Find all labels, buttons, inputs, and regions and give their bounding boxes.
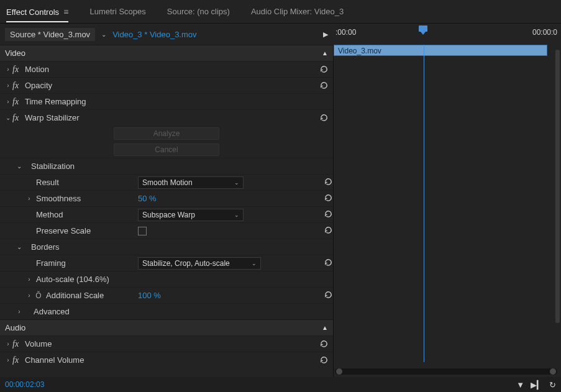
tab-label: Effect Controls [6,7,59,17]
smoothness-value[interactable]: 50 % [138,194,157,203]
reset-icon[interactable] [318,65,329,75]
param-result: Result Smooth Motion ⌄ [0,174,333,190]
collapse-icon[interactable]: ⌄ [4,114,12,121]
ruler-time-end: 00:00:0 [532,28,557,37]
tab-effect-controls[interactable]: Effect Controls ≡ [6,7,68,22]
param-framing: Framing Stabilize, Crop, Auto-scale ⌄ [0,255,333,271]
group-borders[interactable]: ⌄ Borders [0,239,333,255]
filter-icon[interactable]: ▼ [516,380,524,390]
vertical-scrollbar-track[interactable] [552,45,560,377]
timecode[interactable]: 00:00:02:03 [5,380,44,389]
effect-label: Time Remapping [25,97,86,106]
effect-label: Opacity [25,81,52,90]
select-value: Subspace Warp [142,211,195,219]
caret-up-icon: ▲ [322,50,328,57]
param-preserve-scale: Preserve Scale [0,222,333,239]
panel-tabs: Effect Controls ≡ Lumetri Scopes Source:… [0,0,561,24]
section-video[interactable]: Video ▲ [0,45,333,61]
reset-icon[interactable] [324,226,333,237]
reset-icon[interactable] [324,193,333,204]
collapse-icon[interactable]: ⌄ [15,163,24,170]
tab-audio-clip-mixer[interactable]: Audio Clip Mixer: Video_3 [251,7,344,16]
vertical-scrollbar-thumb[interactable] [555,50,560,323]
expand-icon[interactable]: › [4,82,12,89]
expand-icon[interactable]: › [4,66,12,73]
effect-time-remapping[interactable]: › fx Time Remapping [0,93,333,109]
reset-icon[interactable] [324,258,333,269]
reset-icon[interactable] [324,290,333,301]
reset-icon[interactable] [318,355,329,365]
param-additional-scale: › Ŏ Additional Scale 100 % [0,287,333,303]
scroll-knob-left[interactable] [336,368,342,375]
footer-icons: ▼ ▶▎ ↻ [516,380,556,390]
effect-motion[interactable]: › fx Motion [0,61,333,77]
collapse-icon[interactable]: ⌄ [15,244,24,250]
param-label: Advanced [24,307,128,316]
timeline-body[interactable]: Video_3.mov [333,45,561,377]
expand-icon[interactable]: › [15,308,24,315]
expand-icon[interactable]: › [25,195,34,202]
footer: 00:00:02:03 ▼ ▶▎ ↻ [0,377,561,392]
fx-icon[interactable]: fx [12,355,25,365]
group-stabilization[interactable]: ⌄ Stabilization [0,158,333,174]
expand-icon[interactable]: › [4,357,12,363]
loop-icon[interactable]: ↻ [549,380,556,390]
method-select[interactable]: Subspace Warp ⌄ [138,209,244,221]
group-label: Stabilization [24,162,75,171]
result-select[interactable]: Smooth Motion ⌄ [138,176,244,189]
timeline-ruler[interactable]: :00:00 00:00:0 [333,24,561,44]
reset-icon[interactable] [318,113,329,123]
panel-menu-icon[interactable]: ≡ [63,7,68,17]
preserve-scale-checkbox[interactable] [138,227,147,235]
play-icon[interactable]: ▶ [323,30,328,39]
playhead-line[interactable] [424,45,424,362]
source-clip-label[interactable]: Source * Video_3.mov [5,28,95,41]
param-smoothness: › Smoothness 50 % [0,190,333,206]
reset-icon[interactable] [318,81,329,91]
effect-volume[interactable]: › fx Volume [0,335,333,352]
reset-icon[interactable] [324,209,333,221]
reset-icon[interactable] [324,177,333,188]
expand-icon[interactable]: › [4,98,12,105]
chevron-down-icon: ⌄ [234,212,239,218]
timeline-clip[interactable]: Video_3.mov [334,45,547,56]
playhead-icon[interactable] [419,25,427,33]
breadcrumb-row: Source * Video_3.mov ⌄ Video_3 * Video_3… [0,24,561,45]
param-label: Result [34,178,138,187]
cancel-row: Cancel [0,142,333,158]
effect-label: Warp Stabilizer [25,113,80,122]
chevron-down-icon[interactable]: ⌄ [101,31,106,38]
caret-up-icon: ▲ [322,324,328,331]
select-value: Smooth Motion [142,178,193,187]
section-label: Audio [5,323,25,332]
tab-lumetri-scopes[interactable]: Lumetri Scopes [89,7,145,16]
effect-channel-volume[interactable]: › fx Channel Volume [0,352,333,368]
sequence-clip-label[interactable]: Video_3 * Video_3.mov [112,30,196,39]
fx-icon[interactable]: fx [12,113,25,123]
expand-icon[interactable]: › [25,292,34,299]
analyze-button[interactable]: Analyze [114,127,219,140]
cancel-button[interactable]: Cancel [114,144,219,156]
tab-source[interactable]: Source: (no clips) [167,7,230,16]
param-advanced[interactable]: › Advanced [0,303,333,319]
fx-icon[interactable]: fx [12,65,25,75]
section-audio[interactable]: Audio ▲ [0,319,333,335]
ruler-time-start: :00:00 [335,28,356,37]
chevron-down-icon: ⌄ [252,260,257,267]
horizontal-scrollbar[interactable] [335,368,557,375]
framing-select[interactable]: Stabilize, Crop, Auto-scale ⌄ [138,257,261,270]
expand-icon[interactable]: › [4,340,12,347]
reset-icon[interactable] [318,339,329,349]
param-label: Framing [34,258,138,268]
effect-opacity[interactable]: › fx Opacity [0,77,333,93]
stopwatch-icon[interactable]: Ŏ [34,291,43,300]
fx-icon[interactable]: fx [12,81,25,91]
play-toggle-icon[interactable]: ▶▎ [531,380,543,390]
select-value: Stabilize, Crop, Auto-scale [142,259,230,268]
fx-icon[interactable]: fx [12,339,25,349]
additional-scale-value[interactable]: 100 % [138,291,161,300]
param-method: Method Subspace Warp ⌄ [0,206,333,222]
effect-warp-stabilizer[interactable]: ⌄ fx Warp Stabilizer [0,109,333,125]
fx-icon[interactable]: fx [12,97,25,107]
expand-icon[interactable]: › [25,276,34,283]
